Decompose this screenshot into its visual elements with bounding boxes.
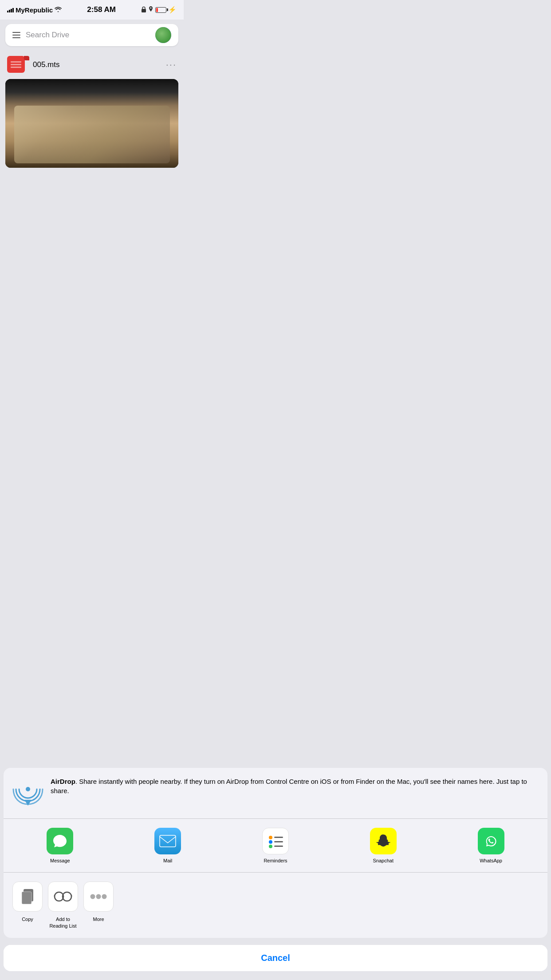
battery-indicator: [155, 7, 166, 13]
video-content: [5, 79, 178, 168]
file-info: 005.mts ···: [0, 51, 184, 79]
location-icon: [148, 6, 153, 14]
svg-rect-0: [142, 9, 146, 12]
video-thumbnail: [5, 79, 178, 168]
status-time: 2:58 AM: [87, 5, 116, 14]
wifi-icon: [55, 6, 62, 13]
status-right: ⚡: [141, 6, 177, 14]
avatar[interactable]: [155, 27, 171, 43]
search-bar[interactable]: Search Drive: [5, 24, 178, 46]
search-input[interactable]: Search Drive: [26, 31, 150, 40]
carrier-label: MyRepublic: [16, 6, 53, 14]
file-left: 005.mts: [7, 56, 59, 74]
file-name: 005.mts: [33, 60, 59, 69]
file-icon: [7, 56, 28, 74]
file-icon-body: [7, 56, 25, 73]
signal-bars: [7, 7, 14, 12]
status-bar: MyRepublic 2:58 AM ⚡: [0, 0, 184, 20]
status-left: MyRepublic: [7, 6, 62, 14]
more-options-button[interactable]: ···: [166, 59, 177, 71]
bolt-icon: ⚡: [168, 6, 177, 14]
lock-icon: [141, 6, 146, 14]
menu-icon[interactable]: [12, 32, 20, 38]
